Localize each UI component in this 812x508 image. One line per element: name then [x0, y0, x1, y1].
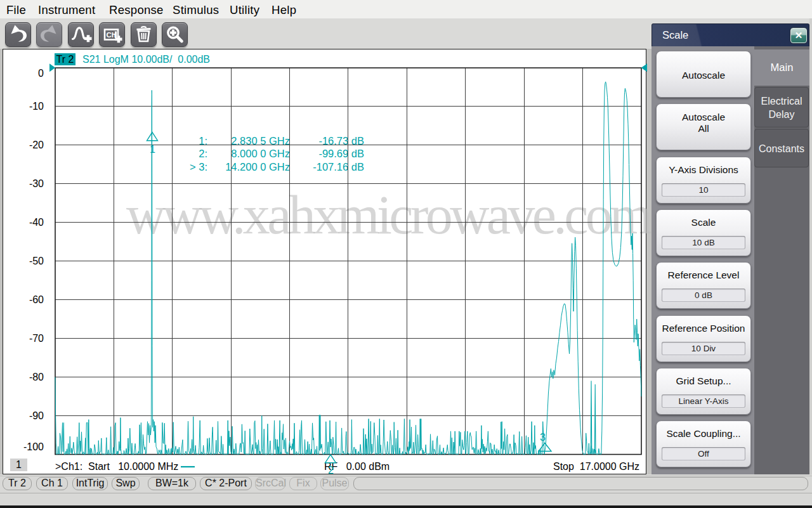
svg-text:3: 3 [540, 432, 546, 443]
svg-text:1: 1 [150, 144, 155, 155]
svg-text:2: 2 [328, 465, 334, 476]
